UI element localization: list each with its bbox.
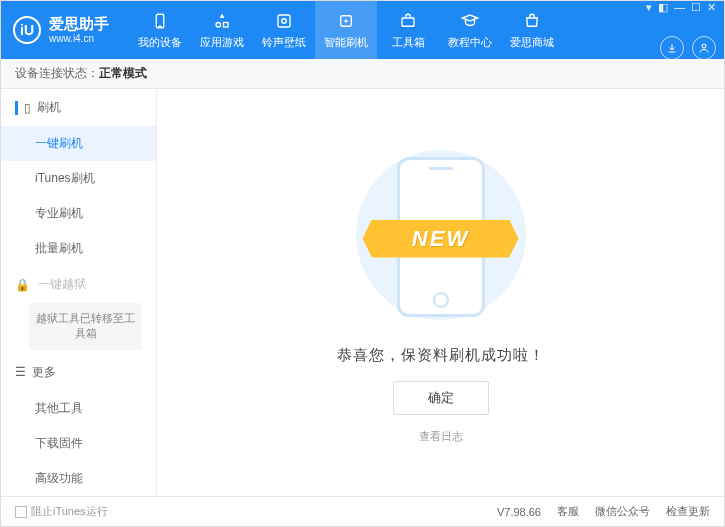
- nav-my-device[interactable]: 我的设备: [129, 1, 191, 59]
- svg-point-8: [702, 44, 706, 48]
- sidebar-item-other-tools[interactable]: 其他工具: [1, 391, 156, 426]
- device-icon: [150, 11, 170, 31]
- svg-point-2: [216, 22, 221, 27]
- menu-icon[interactable]: ▾: [646, 1, 652, 14]
- app-header: iU 爱思助手 www.i4.cn 我的设备 应用游戏 铃声壁纸 智能刷机: [1, 1, 724, 59]
- sidebar-item-oneclick-flash[interactable]: 一键刷机: [1, 126, 156, 161]
- svg-rect-4: [278, 15, 290, 27]
- checkbox-block-itunes[interactable]: 阻止iTunes运行: [15, 504, 108, 519]
- svg-rect-7: [402, 18, 414, 26]
- close-icon[interactable]: ✕: [707, 1, 716, 14]
- nav-apps[interactable]: 应用游戏: [191, 1, 253, 59]
- sidebar-group-jailbreak: 🔒 一键越狱: [1, 266, 156, 299]
- logo[interactable]: iU 爱思助手 www.i4.cn: [13, 16, 109, 44]
- nav-ringtone[interactable]: 铃声壁纸: [253, 1, 315, 59]
- sidebar-item-advanced[interactable]: 高级功能: [1, 461, 156, 496]
- ok-button[interactable]: 确定: [393, 381, 489, 415]
- svg-rect-3: [224, 22, 229, 27]
- phone-icon: ▯: [24, 101, 31, 115]
- status-mode: 正常模式: [99, 65, 147, 82]
- version-label: V7.98.66: [497, 506, 541, 518]
- jailbreak-note: 越狱工具已转移至工具箱: [29, 303, 142, 350]
- tutorial-icon: [460, 11, 480, 31]
- logo-title: 爱思助手: [49, 16, 109, 33]
- sidebar-item-batch-flash[interactable]: 批量刷机: [1, 231, 156, 266]
- checkbox-icon: [15, 506, 27, 518]
- success-illustration: NEW: [341, 142, 541, 332]
- sidebar-item-pro-flash[interactable]: 专业刷机: [1, 196, 156, 231]
- lock-icon: 🔒: [15, 278, 30, 292]
- top-nav: 我的设备 应用游戏 铃声壁纸 智能刷机 工具箱 教程中心: [129, 1, 646, 59]
- store-icon: [522, 11, 542, 31]
- sidebar-group-more[interactable]: ☰ 更多: [1, 354, 156, 391]
- sidebar-group-flash[interactable]: ▯ 刷机: [1, 89, 156, 126]
- toolbox-icon: [398, 11, 418, 31]
- nav-flash[interactable]: 智能刷机: [315, 1, 377, 59]
- ringtone-icon: [274, 11, 294, 31]
- maximize-icon[interactable]: ☐: [691, 1, 701, 14]
- flash-icon: [336, 11, 356, 31]
- status-bar: 设备连接状态： 正常模式: [1, 59, 724, 89]
- window-controls: ▾ ◧ — ☐ ✕: [646, 1, 716, 14]
- minimize-icon[interactable]: —: [674, 1, 685, 14]
- svg-point-5: [282, 18, 287, 23]
- skin-icon[interactable]: ◧: [658, 1, 668, 14]
- status-prefix: 设备连接状态：: [15, 65, 99, 82]
- sidebar-item-download-firmware[interactable]: 下载固件: [1, 426, 156, 461]
- success-message: 恭喜您，保资料刷机成功啦！: [337, 346, 545, 365]
- list-icon: ☰: [15, 365, 26, 379]
- sidebar: ▯ 刷机 一键刷机 iTunes刷机 专业刷机 批量刷机 🔒 一键越狱 越狱工具…: [1, 89, 157, 496]
- download-button[interactable]: [660, 36, 684, 60]
- footer-support[interactable]: 客服: [557, 504, 579, 519]
- footer: 阻止iTunes运行 V7.98.66 客服 微信公众号 检查更新: [1, 496, 724, 526]
- main-content: NEW 恭喜您，保资料刷机成功啦！ 确定 查看日志: [157, 89, 724, 496]
- nav-tutorial[interactable]: 教程中心: [439, 1, 501, 59]
- apps-icon: [212, 11, 232, 31]
- footer-update[interactable]: 检查更新: [666, 504, 710, 519]
- logo-url: www.i4.cn: [49, 33, 109, 44]
- footer-wechat[interactable]: 微信公众号: [595, 504, 650, 519]
- nav-store[interactable]: 爱思商城: [501, 1, 563, 59]
- logo-icon: iU: [13, 16, 41, 44]
- view-log-link[interactable]: 查看日志: [419, 429, 463, 444]
- sidebar-item-itunes-flash[interactable]: iTunes刷机: [1, 161, 156, 196]
- new-badge: NEW: [363, 220, 519, 258]
- nav-toolbox[interactable]: 工具箱: [377, 1, 439, 59]
- user-button[interactable]: [692, 36, 716, 60]
